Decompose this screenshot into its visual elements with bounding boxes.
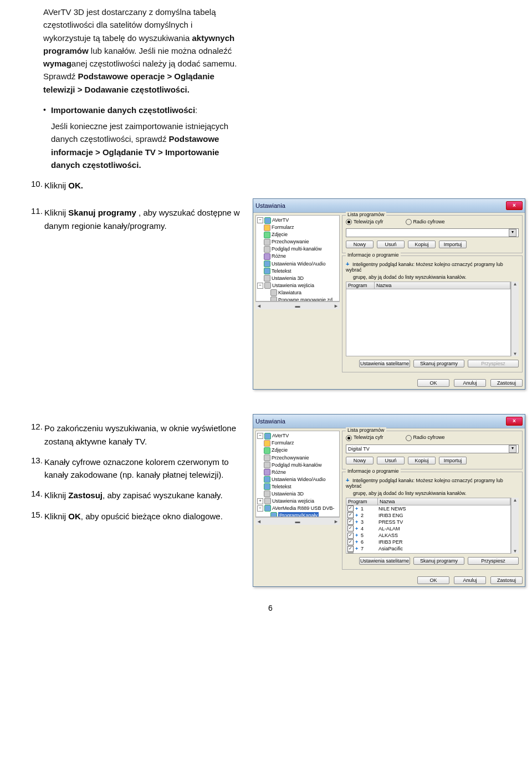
tree-expand-icon[interactable]: − [257,217,263,223]
close-icon[interactable]: × [506,201,523,210]
cancel-button[interactable]: Anuluj [454,379,486,387]
tree-node[interactable]: Ustawienia wejścia [272,282,314,289]
tree-node[interactable]: Ustawienia 3D [272,490,304,498]
tree-root[interactable]: AVerTV [272,217,289,224]
tree-node[interactable]: Teletekst [272,268,291,275]
tree-node[interactable]: Ustawienia wejścia [272,498,314,505]
scroll-up-icon[interactable]: ▲ [513,282,518,287]
tree-node[interactable]: Różne [272,469,286,476]
tree-node[interactable]: Teletekst [272,483,291,490]
scroll-up-icon[interactable]: ▲ [513,498,518,503]
titlebar[interactable]: Ustawiania × [253,199,525,213]
group-select[interactable]: ▾ [346,228,519,237]
checkbox-icon[interactable]: ✓ [347,546,354,552]
tree-node[interactable]: Klawiatura [278,289,301,297]
col-name[interactable]: Nazwa [378,498,510,505]
channel-row[interactable]: ✓+3PRESS TV [346,519,510,525]
tree-node[interactable]: Ustawienia 3D [272,275,304,282]
channel-row[interactable]: ✓+2IRIB3 ENG [346,512,510,519]
channel-row[interactable]: ✓+7AsiaPacific [346,545,510,552]
tree-node[interactable]: Zdjęcie [272,447,288,454]
tree-node[interactable]: AVerMedia R889 USB DVB- [272,505,334,512]
checkbox-icon[interactable]: ✓ [347,512,354,518]
scroll-left-icon[interactable]: ◄ [257,519,262,524]
close-icon[interactable]: × [506,417,523,426]
delete-button[interactable]: Usuń [377,457,405,464]
apply-button[interactable]: Zastosuj [490,576,523,584]
channel-row[interactable]: ✓+6IRIB3 PER [346,539,510,545]
col-program[interactable]: Program [346,282,375,289]
apply-button[interactable]: Zastosuj [490,379,523,387]
channel-row[interactable]: ✓+1NILE NEWS [346,505,510,512]
chevron-down-icon[interactable]: ▾ [509,229,516,237]
tree-node[interactable]: Ustawienia Wideo/Audio [272,260,326,268]
tree-node[interactable]: Ustawienia Wideo/Audio [272,476,326,483]
delete-button[interactable]: Usuń [377,241,405,248]
tree-node[interactable]: Zdjęcie [272,231,288,238]
scroll-right-icon[interactable]: ► [334,519,339,524]
tree-pane[interactable]: −AVerTV Formularz Zdjęcie Przechowywanie… [255,215,340,301]
cancel-button[interactable]: Anuluj [454,576,486,584]
new-button[interactable]: Nowy [346,457,374,464]
tree-node-selected[interactable]: Programy/Kanały [278,512,319,517]
satellite-settings-button[interactable]: Ustawienia satelitarne [359,557,410,565]
radio-radio[interactable]: Radio cyfrowe [406,434,445,441]
list-header[interactable]: Program Nazwa [346,498,511,505]
scan-programs-button[interactable]: Skanuj programy [413,557,464,565]
tree-node[interactable]: Podgląd multi-kanałów [272,462,322,469]
tree-node[interactable]: Przechowywanie [272,238,309,246]
tree-scrollbar[interactable]: ◄ ▬ ► [255,301,340,309]
tree-root[interactable]: AVerTV [272,432,289,439]
step-number: 10. [31,179,44,192]
titlebar[interactable]: Ustawiania × [253,415,525,428]
channel-row[interactable]: ✓+5ALKASS [346,532,510,539]
checkbox-icon[interactable]: ✓ [347,533,354,539]
checkbox-icon[interactable]: ✓ [347,519,354,525]
copy-button[interactable]: Kopiuj [408,457,436,464]
scroll-thumb[interactable]: ▬ [295,303,300,309]
tree-expand-icon[interactable]: − [257,433,263,439]
import-button[interactable]: Importuj [439,457,467,464]
chevron-down-icon[interactable]: ▾ [509,445,516,453]
list-header[interactable]: Program Nazwa [346,282,511,289]
channel-list[interactable]: ✓+1NILE NEWS✓+2IRIB3 ENG✓+3PRESS TV✓+4AL… [346,505,511,554]
channel-row[interactable]: ✓+8Syria TV [346,552,510,553]
tree-expand-icon[interactable]: − [257,505,263,512]
radio-tv[interactable]: Telewizja cyfr [346,434,383,441]
checkbox-icon[interactable]: ✓ [347,525,354,531]
col-program[interactable]: Program [346,498,378,505]
satellite-settings-button[interactable]: Ustawienia satelitarne [359,360,410,367]
scroll-right-icon[interactable]: ► [334,303,339,309]
tree-node[interactable]: Ponowne mapowanie zd [278,297,332,301]
scan-programs-button[interactable]: Skanuj programy [413,360,464,367]
ok-button[interactable]: OK [417,576,449,584]
tree-node[interactable]: Formularz [272,439,294,447]
new-button[interactable]: Nowy [346,241,374,248]
copy-button[interactable]: Kopiuj [408,241,436,248]
col-name[interactable]: Nazwa [375,282,510,289]
scroll-thumb[interactable]: ▬ [295,519,300,524]
tree-node[interactable]: Przechowywanie [272,454,309,462]
tree-pane[interactable]: −AVerTV Formularz Zdjęcie Przechowywanie… [255,431,340,517]
tree-scrollbar[interactable]: ◄ ▬ ► [255,517,340,525]
checkbox-icon[interactable]: ✓ [347,539,354,545]
tree-node[interactable]: Różne [272,253,286,260]
speedup-button[interactable]: Przyspiesz [468,557,519,565]
channel-row[interactable]: ✓+4AL-ALAM [346,525,510,532]
radio-radio[interactable]: Radio cyfrowe [406,219,445,225]
list-scrollbar[interactable]: ▲ ▼ [511,282,519,356]
group-select[interactable]: Digital TV ▾ [346,444,519,453]
tree-node[interactable]: Podgląd multi-kanałów [272,246,322,253]
tree-node[interactable]: Formularz [272,224,294,231]
radio-tv[interactable]: Telewizja cyfr [346,219,383,225]
scroll-down-icon[interactable]: ▼ [513,351,518,356]
tree-expand-icon[interactable]: + [257,498,263,504]
list-scrollbar[interactable]: ▲ ▼ [511,498,519,554]
checkbox-icon[interactable]: ✓ [347,553,354,553]
scroll-down-icon[interactable]: ▼ [513,549,518,554]
checkbox-icon[interactable]: ✓ [347,505,354,512]
scroll-left-icon[interactable]: ◄ [257,303,262,309]
ok-button[interactable]: OK [417,379,449,387]
import-button[interactable]: Importuj [439,241,467,248]
tree-expand-icon[interactable]: − [257,283,263,289]
